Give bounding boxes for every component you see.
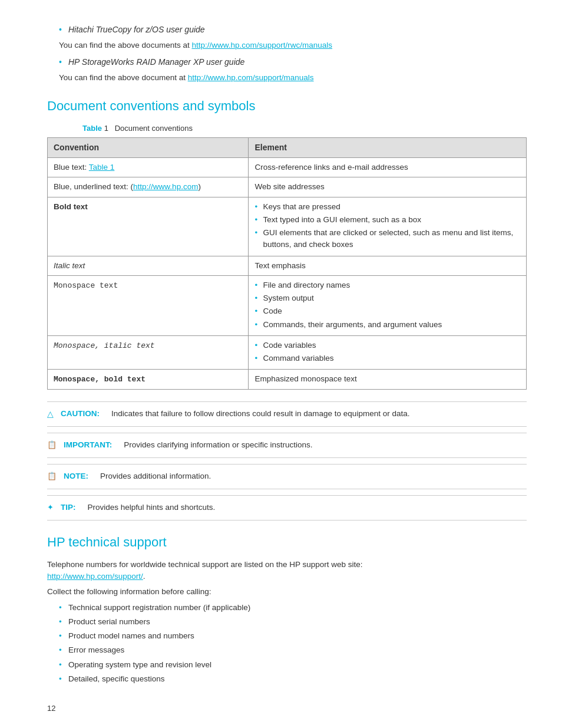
bullet-item: Command variables [254,353,520,364]
top-references-list: Hitachi TrueCopy for z/OS user guide [59,24,527,36]
table-row: Monospace text File and directory names … [48,275,527,335]
bold-text-bullets: Keys that are pressed Text typed into a … [254,201,520,251]
important-icon: 📋 [47,439,57,451]
mono-italic-bullets: Code variables Command variables [254,340,520,365]
element-cell-7: Emphasized monospace text [249,370,527,390]
bullet-item: System output [254,292,520,304]
top-ref-2-prefix: You can find the above document at [59,73,188,82]
element-cell-6: Code variables Command variables [249,335,527,370]
col-header-convention: Convention [48,138,249,158]
table-row: Italic text Text emphasis [48,256,527,275]
table-row: Monospace, italic text Code variables Co… [48,335,527,370]
table-row: Bold text Keys that are pressed Text typ… [48,197,527,256]
element-cell-1: Cross-reference links and e-mail address… [249,158,527,177]
element-cell-4: Text emphasis [249,256,527,275]
tip-text: Provides helpful hints and shortcuts. [87,502,215,513]
convention-cell-1: Blue text: Table 1 [48,158,249,177]
top-reference-item-2: HP StorageWorks RAID Manager XP user gui… [59,56,527,68]
tip-block: ✦ TIP: Provides helpful hints and shortc… [47,495,527,521]
convention-cell-7: Monospace, bold text [48,370,249,390]
support-item-4: Error messages [59,644,527,656]
mono-text-bullets: File and directory names System output C… [254,279,520,331]
col-header-element: Element [249,138,527,158]
element-cell-5: File and directory names System output C… [249,275,527,335]
support-intro-text: Telephone numbers for worldwide technica… [47,559,527,583]
support-item-3: Product model names and numbers [59,630,527,642]
table-row: Monospace, bold text Emphasized monospac… [48,370,527,390]
bullet-item: Text typed into a GUI element, such as a… [254,214,520,226]
table-row: Blue text: Table 1 Cross-reference links… [48,158,527,177]
table-number: 1 [104,124,108,133]
table-title: Document conventions [115,124,193,133]
element-cell-2: Web site addresses [249,177,527,197]
table-body: Blue text: Table 1 Cross-reference links… [48,158,527,390]
table-header-row: Convention Element [48,138,527,158]
top-ref-1-link[interactable]: http://www.hp.com/support/rwc/manuals [191,41,332,50]
support-item-2: Product serial numbers [59,616,527,628]
support-item-1: Technical support registration number (i… [59,602,527,614]
caution-label: CAUTION: [61,408,100,420]
top-ref-1-prefix: You can find the above documents at [59,41,191,50]
bullet-item: Code variables [254,340,520,351]
caution-text: Indicates that failure to follow directi… [111,408,410,420]
note-block: 📋 NOTE: Provides additional information. [47,464,527,489]
table-label: Table 1 Document conventions [82,123,527,134]
convention-cell-6: Monospace, italic text [48,335,249,370]
collect-text: Collect the following information before… [47,586,527,598]
section2-heading: HP technical support [47,532,527,552]
bullet-item: Code [254,305,520,317]
top-ref-2-link[interactable]: http://www.hp.com/support/manuals [188,73,314,82]
tip-label: TIP: [61,502,76,513]
important-block: 📋 IMPORTANT: Provides clarifying informa… [47,433,527,458]
section1-heading: Document conventions and symbols [47,96,527,116]
top-ref-2-url-line: You can find the above document at http:… [59,72,527,84]
table-row: Blue, underlined text: (http://www.hp.co… [48,177,527,197]
convention-cell-2: Blue, underlined text: (http://www.hp.co… [48,177,249,197]
top-references-list-2: HP StorageWorks RAID Manager XP user gui… [59,56,527,68]
bullet-item: Commands, their arguments, and argument … [254,319,520,331]
convention-cell-3: Bold text [48,197,249,256]
reference-title-1: Hitachi TrueCopy for z/OS user guide [68,25,205,34]
support-items-list: Technical support registration number (i… [59,602,527,686]
note-label: NOTE: [64,470,88,482]
support-item-6: Detailed, specific questions [59,673,527,685]
convention-cell-4: Italic text [48,256,249,275]
bullet-item: GUI elements that are clicked or selecte… [254,227,520,251]
reference-title-2: HP StorageWorks RAID Manager XP user gui… [68,57,244,67]
important-text: Provides clarifying information or speci… [124,439,312,451]
hp-com-link[interactable]: http://www.hp.com [133,182,198,191]
bullet-item: File and directory names [254,279,520,291]
table-word: Table [82,124,102,133]
table-1-link[interactable]: Table 1 [89,163,115,172]
element-cell-3: Keys that are pressed Text typed into a … [249,197,527,256]
top-ref-1-url-line: You can find the above documents at http… [59,39,527,51]
tip-icon: ✦ [47,502,54,513]
important-label: IMPORTANT: [64,439,112,451]
note-text: Provides additional information. [100,470,211,482]
bullet-item: Keys that are pressed [254,201,520,213]
convention-cell-5: Monospace text [48,275,249,335]
support-url-link[interactable]: http://www.hp.com/support/ [47,572,143,581]
note-icon: 📋 [47,470,57,482]
support-intro-prefix: Telephone numbers for worldwide technica… [47,560,363,569]
page-number: 12 [47,703,527,714]
support-item-5: Operating system type and revision level [59,659,527,671]
top-reference-item-1: Hitachi TrueCopy for z/OS user guide [59,24,527,36]
caution-icon: △ [47,408,54,420]
caution-block: △ CAUTION: Indicates that failure to fol… [47,401,527,427]
conventions-table: Convention Element Blue text: Table 1 Cr… [47,137,527,390]
